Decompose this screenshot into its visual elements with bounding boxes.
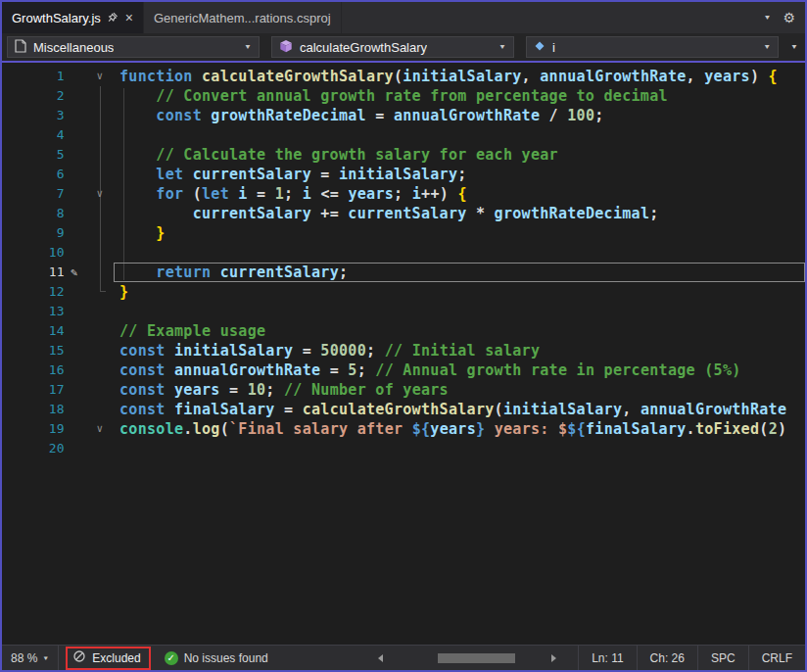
code-line-19[interactable]: 19∨console.log(`Final salary after ${yea… [2,419,805,439]
issues-indicator[interactable]: ✓ No issues found [165,651,268,665]
code-text: const initialSalary = 50000; // Initial … [114,341,805,360]
fold-spacer [86,106,114,125]
line-number[interactable]: 1 [2,67,71,86]
spaces-indicator[interactable]: SPC [697,646,748,670]
tab-growthsalary-js[interactable]: GrowthSalary.js × [2,2,144,33]
code-line-17[interactable]: 17const years = 10; // Number of years [2,380,805,400]
code-text: } [114,282,805,302]
function-dropdown[interactable]: calculateGrowthSalary ▼ [271,36,514,58]
line-number[interactable]: 13 [2,302,71,321]
code-text: for (let i = 1; i <= years; i++) { [114,184,805,204]
horizontal-scrollbar[interactable] [378,652,556,664]
member-dropdown[interactable]: i ▼ [526,36,779,58]
issues-label: No issues found [184,651,268,665]
code-line-12[interactable]: 12} [2,282,805,302]
line-number[interactable]: 11 [2,263,71,282]
code-line-14[interactable]: 14// Example usage [2,321,805,341]
line-number[interactable]: 3 [2,106,71,125]
code-line-18[interactable]: 18const finalSalary = calculateGrowthSal… [2,400,805,419]
code-line-11[interactable]: 11✎ return currentSalary; [2,263,805,282]
tab-genericmath-csproj[interactable]: GenericMathem...rations.csproj [144,2,342,33]
scrollbar-thumb[interactable] [438,653,515,663]
edit-pen-icon: ✎ [71,263,86,282]
code-editor[interactable]: 1∨function calculateGrowthSalary(initial… [2,63,805,645]
line-number[interactable]: 5 [2,145,71,165]
fold-spacer [86,400,114,419]
fold-spacer [86,165,114,184]
method-cube-icon [279,39,293,56]
line-ending-indicator[interactable]: CRLF [748,646,805,670]
code-text [114,439,805,458]
code-line-5[interactable]: 5 // Calculate the growth salary for eac… [2,145,805,165]
code-line-13[interactable]: 13 [2,302,805,321]
status-right-group: Ln: 11 Ch: 26 SPC CRLF [578,646,805,670]
line-number[interactable]: 4 [2,125,71,145]
chevron-down-icon: ▼ [244,44,252,51]
line-number[interactable]: 17 [2,380,71,400]
fold-collapse-icon[interactable]: ∨ [86,67,114,86]
scroll-right-icon[interactable] [551,654,556,662]
fold-spacer [86,243,114,263]
navbar-overflow-icon[interactable]: ▼ [790,44,798,51]
fold-collapse-icon[interactable]: ∨ [86,184,114,204]
pen-spacer [71,86,86,106]
code-line-16[interactable]: 16const annualGrowthRate = 5; // Annual … [2,360,805,380]
column-indicator[interactable]: Ch: 26 [637,646,697,670]
line-number[interactable]: 10 [2,243,71,263]
editor-status-bar: 88 % ▼ Excluded ✓ No issues found Ln: 11… [2,645,805,670]
excluded-label: Excluded [92,651,140,665]
pen-spacer [71,67,86,86]
pen-spacer [71,106,86,125]
excluded-indicator[interactable]: Excluded [66,647,150,670]
code-line-10[interactable]: 10 [2,243,805,263]
code-text: function calculateGrowthSalary(initialSa… [114,67,805,86]
document-list-icon[interactable]: ▼ [764,15,772,22]
fold-spacer [86,204,114,223]
fold-spacer [86,223,114,243]
project-dropdown-label: Miscellaneous [33,40,114,55]
fold-spacer [86,439,114,458]
zoom-value: 88 % [11,651,37,665]
line-number[interactable]: 7 [2,184,71,204]
line-number[interactable]: 18 [2,400,71,419]
line-number[interactable]: 6 [2,165,71,184]
code-text: } [114,223,805,243]
line-number[interactable]: 15 [2,341,71,360]
project-dropdown[interactable]: Miscellaneous ▼ [7,36,260,58]
code-line-1[interactable]: 1∨function calculateGrowthSalary(initial… [2,67,805,86]
line-number[interactable]: 19 [2,419,71,439]
settings-gear-icon[interactable]: ⚙ [783,11,795,24]
code-line-6[interactable]: 6 let currentSalary = initialSalary; [2,165,805,184]
code-line-8[interactable]: 8 currentSalary += currentSalary * growt… [2,204,805,223]
line-number[interactable]: 8 [2,204,71,223]
fold-spacer [86,86,114,106]
scroll-left-icon[interactable] [378,654,383,662]
code-line-4[interactable]: 4 [2,125,805,145]
scrollbar-track[interactable] [387,652,547,664]
code-text: const annualGrowthRate = 5; // Annual gr… [114,360,805,380]
pen-spacer [71,243,86,263]
code-line-9[interactable]: 9 } [2,223,805,243]
line-indicator[interactable]: Ln: 11 [578,646,636,670]
line-number[interactable]: 9 [2,223,71,243]
code-line-2[interactable]: 2 // Convert annual growth rate from per… [2,86,805,106]
pin-icon[interactable] [108,11,119,25]
member-variable-icon [534,40,546,55]
line-number[interactable]: 16 [2,360,71,380]
code-line-15[interactable]: 15const initialSalary = 50000; // Initia… [2,341,805,360]
pen-spacer [71,419,86,439]
close-icon[interactable]: × [125,11,133,24]
fold-spacer [86,263,114,282]
pen-spacer [71,184,86,204]
line-number[interactable]: 2 [2,86,71,106]
line-number[interactable]: 12 [2,282,71,302]
line-number[interactable]: 14 [2,321,71,341]
fold-collapse-icon[interactable]: ∨ [86,419,114,439]
line-number[interactable]: 20 [2,439,71,458]
code-line-7[interactable]: 7∨ for (let i = 1; i <= years; i++) { [2,184,805,204]
zoom-control[interactable]: 88 % ▼ [2,646,59,670]
code-line-20[interactable]: 20 [2,439,805,458]
check-icon: ✓ [165,651,178,665]
code-line-3[interactable]: 3 const growthRateDecimal = annualGrowth… [2,106,805,125]
code-text: const growthRateDecimal = annualGrowthRa… [114,106,805,125]
